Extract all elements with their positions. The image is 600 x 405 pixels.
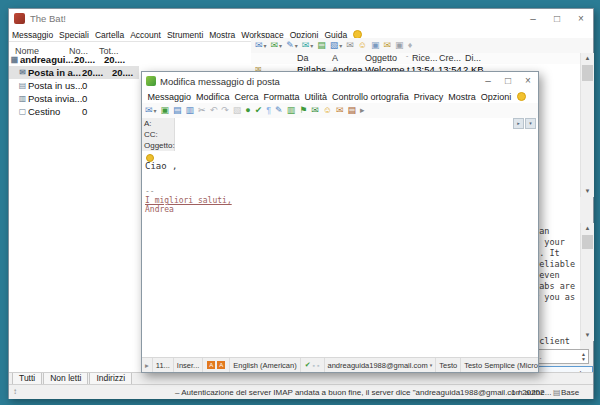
folder-row[interactable]: ▢ Cestino 0 (9, 105, 139, 118)
menu-item[interactable]: Opzioni (478, 92, 514, 102)
toolbar-icon[interactable]: ♦ (408, 40, 413, 51)
toolbar-icon[interactable]: ↷ (221, 105, 229, 116)
scroll-down-icon[interactable]: ▼ (581, 186, 594, 197)
folder-name: Cestino (28, 106, 82, 117)
column-header-oggetto[interactable]: Oggetto (365, 53, 397, 64)
folder-row[interactable]: ▥ Posta invia... 0 (9, 92, 139, 105)
cc-input[interactable] (175, 129, 538, 140)
close-icon[interactable]: × (518, 72, 538, 90)
toolbar-icon[interactable]: ☺ (323, 105, 332, 116)
toolbar-icon[interactable]: ✉ (384, 40, 392, 51)
editor-label[interactable]: Testo Semplice (MicroEd) (461, 358, 538, 372)
folder-row[interactable]: ▤ Posta in us... 0 (9, 79, 139, 92)
address-book-icon[interactable]: ▸ (513, 118, 524, 129)
scrollbar-thumb[interactable] (582, 65, 593, 81)
spell-language[interactable]: English (American) (230, 358, 300, 372)
toolbar-icon[interactable]: ▣ (371, 40, 380, 51)
toolbar-icon[interactable]: ✎▾ (286, 40, 298, 51)
database-icon: ▤ (553, 388, 561, 397)
menu-item[interactable]: Privacy (411, 92, 446, 102)
menu-item[interactable]: Formatta (261, 92, 302, 102)
scroll-up-icon[interactable]: ▲ (581, 223, 594, 234)
column-header-rice[interactable]: Rice... (412, 53, 438, 64)
column-header-di[interactable]: Di... (465, 53, 481, 64)
spinner-icons[interactable]: ▲▼ (579, 352, 588, 362)
help-hint-icon[interactable] (517, 92, 526, 101)
close-icon[interactable]: × (569, 9, 593, 28)
column-header-cre[interactable]: Cre... (439, 53, 461, 64)
menu-item[interactable]: Utilità (302, 92, 330, 102)
menu-item[interactable]: Mostra (446, 92, 479, 102)
toolbar-icon[interactable]: ▧ (233, 105, 242, 116)
toolbar-icon[interactable]: ✉▾ (271, 40, 283, 51)
scroll-down-icon[interactable]: ▼ (581, 330, 594, 341)
scrollbar-thumb[interactable] (582, 235, 593, 249)
subject-input[interactable] (175, 140, 538, 151)
message-list-scrollbar[interactable]: ▲ ▼ (580, 53, 594, 197)
to-input[interactable] (175, 118, 513, 129)
toolbar-icon[interactable]: ● (245, 105, 250, 116)
menu-item[interactable]: Messaggio (145, 92, 194, 102)
column-header-a[interactable]: A (332, 53, 338, 64)
toolbar-icon[interactable]: ✉ (336, 105, 344, 116)
menu-item[interactable]: Cerca (232, 92, 261, 102)
minimize-icon[interactable]: – (521, 9, 545, 28)
toolbar-icon-glyph: ✎ (286, 40, 294, 51)
message-body-editor[interactable]: Ciao , -- I migliori saluti, Andrea (142, 151, 538, 358)
folder-total-count: 20.... (104, 54, 131, 65)
quick-filter-combo[interactable]: ... ▲▼ (531, 349, 589, 364)
to-label: A: (142, 118, 175, 129)
charset-badges[interactable]: A A (203, 358, 230, 372)
address-expand-icon[interactable]: ▾ (525, 118, 536, 129)
format-label[interactable]: Testo (436, 358, 461, 372)
compose-menubar: Messaggio Modifica Cerca Formatta Utilit… (142, 90, 538, 104)
toolbar-icon[interactable]: ☺ (358, 40, 367, 51)
toolbar-icon[interactable]: ¶ (266, 105, 271, 116)
folder-row[interactable]: ▦ andreagui... 20.... 20.... (9, 53, 131, 66)
insert-mode: Inser... (174, 358, 204, 372)
menu-item[interactable]: Modifica (194, 92, 233, 102)
toolbar-icon[interactable]: ✎ (275, 105, 283, 116)
toolbar-icon[interactable]: ▣ (395, 40, 404, 51)
toolbar-icon[interactable]: ✉▾ (302, 40, 314, 51)
toolbar-icon[interactable]: ▸ (360, 105, 365, 116)
reading-pane-scrollbar[interactable]: ▲ ▼ (580, 223, 594, 341)
main-titlebar: The Bat! – □ × (9, 9, 593, 28)
folder-name: Posta in a... (28, 67, 82, 78)
folder-row[interactable]: ✉ Posta in a... 20.... 20.... (9, 66, 139, 79)
menu-item[interactable]: Mostra (206, 30, 238, 40)
toolbar-icon[interactable]: ▧▾ (330, 40, 343, 51)
toolbar-icon[interactable]: ✂ (198, 105, 206, 116)
folder-icon: ▦ (9, 55, 20, 64)
maximize-icon[interactable]: □ (545, 9, 569, 28)
toolbar-icon[interactable]: ▤ (173, 105, 182, 116)
toolbar-icon-glyph: ♦ (408, 40, 413, 51)
toolbar-icon[interactable]: ✉▾ (255, 40, 267, 51)
toolbar-icon[interactable]: ✉ (311, 105, 319, 116)
maximize-icon[interactable]: □ (498, 72, 518, 90)
desktop: The Bat! – □ × Messaggio Speciali Cartel… (0, 0, 600, 405)
toolbar-icon-glyph: ▧ (233, 105, 242, 116)
sort-indicator-icon: ˆ (406, 53, 408, 64)
toolbar-icon[interactable]: ⚑ (299, 105, 307, 116)
menu-item[interactable]: Strumenti (164, 30, 206, 40)
column-header-da[interactable]: Da (297, 53, 309, 64)
toolbar-icon[interactable]: ✉▾ (145, 105, 157, 116)
toolbar-icon[interactable]: ▣ (161, 105, 170, 116)
toolbar-icon[interactable]: ✉ (346, 40, 354, 51)
toolbar-icon[interactable]: ▤ (317, 40, 326, 51)
menu-item[interactable]: Messaggio (9, 30, 56, 40)
scroll-up-icon[interactable]: ▲ (581, 53, 594, 64)
minimize-icon[interactable]: – (478, 72, 498, 90)
toolbar-icon[interactable]: ▥ (287, 105, 296, 116)
menu-item[interactable]: Cartella (92, 30, 127, 40)
toolbar-icon[interactable]: ↶ (210, 105, 218, 116)
toolbar-icon[interactable]: ▥ (186, 105, 195, 116)
menu-item[interactable]: Account (127, 30, 164, 40)
toolbar-icon[interactable]: ✔ (255, 105, 263, 116)
toolbar-icon[interactable]: ▤ (348, 105, 357, 116)
menu-item[interactable]: Controllo ortografia (330, 92, 412, 102)
sender-account[interactable]: andreaguida1988@gmail.com▾ (325, 358, 437, 372)
toolbar-icon-glyph: ↷ (221, 105, 229, 116)
menu-item[interactable]: Speciali (56, 30, 92, 40)
